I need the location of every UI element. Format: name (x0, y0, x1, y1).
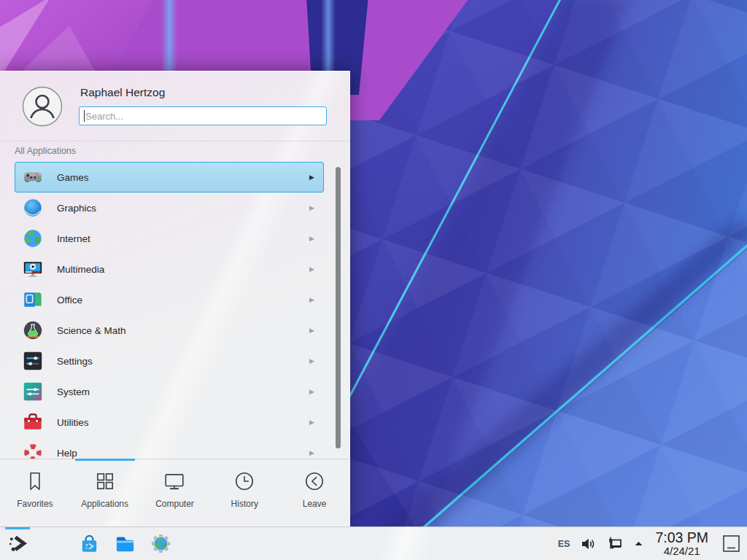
sphere-icon (22, 197, 44, 219)
category-row-utilities[interactable]: Utilities ▶ (15, 407, 324, 438)
tab-applications[interactable]: Applications (70, 459, 140, 526)
utilities-toolbox-icon (22, 411, 44, 433)
category-label: Games (57, 172, 89, 183)
category-row-multimedia[interactable]: Multimedia ▶ (15, 254, 324, 284)
submenu-arrow-icon: ▶ (309, 174, 314, 181)
category-label: Graphics (57, 203, 96, 214)
taskbar-app-system-settings[interactable] (40, 527, 66, 560)
category-row-help[interactable]: Help ▶ (15, 438, 324, 459)
taskbar-app-discover[interactable] (76, 527, 102, 560)
tab-label: Leave (303, 499, 327, 509)
clock-date: 4/24/21 (664, 545, 700, 557)
search-field-wrap (79, 106, 327, 125)
category-label: Help (57, 448, 77, 459)
category-label: System (57, 386, 90, 397)
submenu-arrow-icon: ▶ (309, 327, 314, 334)
submenu-arrow-icon: ▶ (309, 449, 314, 456)
submenu-arrow-icon: ▶ (309, 235, 314, 242)
tab-label: Computer (155, 499, 194, 509)
category-label: Utilities (57, 417, 89, 428)
tray-icon-expand-tray[interactable] (633, 535, 644, 553)
history-clock-icon (233, 470, 255, 492)
tray-icon-volume[interactable] (579, 535, 597, 553)
gamepad-icon (22, 166, 44, 188)
scrollbar[interactable] (336, 167, 341, 448)
tab-label: Applications (81, 499, 128, 509)
submenu-arrow-icon: ▶ (309, 357, 314, 365)
category-label: Science & Math (57, 325, 126, 336)
leave-icon (303, 470, 325, 492)
taskbar-app-web-browser[interactable] (147, 527, 174, 560)
browser-globe-icon (150, 532, 172, 555)
text-cursor (84, 110, 85, 122)
computer-monitor-icon (163, 470, 185, 492)
tab-label: Favorites (17, 499, 53, 509)
category-row-games[interactable]: Games ▶ (15, 162, 324, 192)
system-sliders-icon (22, 381, 44, 402)
earth-globe-icon (22, 228, 44, 249)
tray-icons (579, 535, 644, 553)
tab-favorites[interactable]: Favorites (0, 459, 70, 526)
show-desktop-icon (721, 534, 741, 553)
section-label: All Applications (15, 146, 76, 156)
folder-icon (114, 532, 136, 555)
taskbar-app-file-manager[interactable] (112, 527, 138, 560)
apps-grid-icon (94, 470, 116, 492)
category-row-system[interactable]: System ▶ (15, 376, 324, 407)
help-lifebuoy-icon (22, 442, 44, 459)
category-row-internet[interactable]: Internet ▶ (15, 223, 324, 254)
application-launcher-panel: Raphael Hertzog All Applications Games ▶… (0, 71, 350, 526)
category-row-settings[interactable]: Settings ▶ (15, 346, 324, 376)
submenu-arrow-icon: ▶ (309, 204, 314, 211)
tray-icon-network[interactable] (606, 535, 624, 553)
kickoff-icon (7, 532, 29, 555)
search-input[interactable] (79, 106, 327, 125)
bookmark-icon (24, 470, 46, 492)
launcher-header: Raphael Hertzog (0, 71, 349, 141)
speaker-icon (579, 535, 597, 553)
office-documents-icon (22, 289, 44, 311)
tab-history[interactable]: History (209, 459, 279, 526)
submenu-arrow-icon: ▶ (309, 296, 314, 303)
discover-bag-icon (78, 532, 101, 555)
launcher-tabbar: Favorites Applications Computer History … (0, 459, 349, 526)
category-list: Games ▶ Graphics ▶ Internet ▶ Multimedia… (0, 160, 349, 459)
submenu-arrow-icon: ▶ (309, 419, 314, 426)
caret-up-icon (633, 538, 644, 549)
clock[interactable]: 7:03 PM 4/24/21 (654, 530, 710, 556)
taskbar-app-icons (4, 527, 174, 560)
clock-time: 7:03 PM (655, 530, 708, 545)
category-label: Office (57, 295, 82, 306)
multimedia-screen-icon (22, 258, 44, 280)
category-row-office[interactable]: Office ▶ (15, 284, 324, 315)
category-row-graphics[interactable]: Graphics ▶ (15, 192, 324, 223)
category-label: Settings (57, 356, 93, 367)
category-label: Multimedia (57, 264, 104, 275)
wired-network-icon (606, 535, 624, 553)
tab-computer[interactable]: Computer (140, 459, 210, 526)
settings-sliders-icon (22, 350, 44, 372)
submenu-arrow-icon: ▶ (309, 265, 314, 273)
desktop[interactable]: Raphael Hertzog All Applications Games ▶… (0, 0, 747, 560)
system-tray: ES 7:03 PM 4/24/21 (558, 530, 741, 556)
taskbar-app-application-launcher[interactable] (4, 527, 31, 560)
tab-label: History (231, 499, 258, 509)
taskbar: ES 7:03 PM 4/24/21 (0, 526, 747, 560)
user-avatar[interactable] (22, 86, 63, 127)
user-name: Raphael Hertzog (80, 86, 165, 99)
submenu-arrow-icon: ▶ (309, 388, 314, 395)
tab-leave[interactable]: Leave (279, 459, 349, 526)
category-label: Internet (57, 233, 90, 244)
show-desktop-button[interactable] (721, 534, 741, 553)
science-flask-icon (22, 319, 44, 341)
category-row-science-math[interactable]: Science & Math ▶ (15, 315, 324, 346)
keyboard-layout-indicator[interactable]: ES (558, 539, 570, 549)
user-avatar-icon (22, 86, 63, 127)
